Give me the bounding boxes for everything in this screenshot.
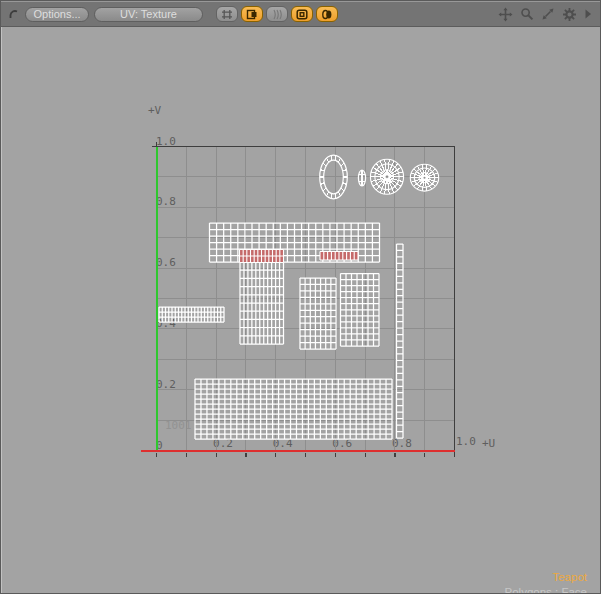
uv-mode-button[interactable]: UV: Texture — [94, 7, 203, 22]
uv-toolbar: Options... UV: Texture — [1, 1, 600, 27]
expand-arrow-icon[interactable] — [584, 8, 592, 20]
magnifier-icon[interactable] — [520, 7, 534, 21]
view-controls — [498, 7, 594, 22]
collapse-panel-icon[interactable] — [7, 7, 21, 21]
selected-item-label: Teapot — [505, 570, 587, 585]
image-icon[interactable] — [241, 6, 263, 22]
fit-arrows-icon[interactable] — [541, 7, 555, 21]
pan-icon[interactable] — [498, 7, 513, 22]
udim-grid-icon[interactable] — [216, 6, 238, 22]
inset-square-icon[interactable] — [291, 6, 313, 22]
options-button[interactable]: Options... — [25, 7, 89, 22]
uv-viewport[interactable]: +V +U 1.0 1001 1.00.80.60.40.200.20.40.6… — [1, 27, 600, 594]
selection-mode-label: Polygons : Face — [505, 585, 587, 594]
gear-icon[interactable] — [562, 7, 577, 22]
overlap-shells-icon[interactable] — [316, 6, 338, 22]
uv-editor-window: Options... UV: Texture — [0, 0, 601, 594]
status-readout: Teapot Polygons : Face GL: 0 — [505, 570, 587, 594]
uv-canvas[interactable] — [2, 27, 601, 594]
distortion-icon[interactable] — [266, 6, 288, 22]
display-toggles — [216, 6, 338, 22]
